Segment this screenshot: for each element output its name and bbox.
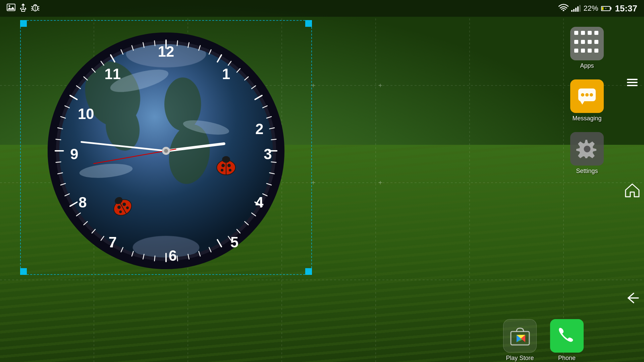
svg-line-56 bbox=[177, 41, 178, 46]
wifi-icon bbox=[558, 4, 569, 13]
clock-face: /* ticks rendered below */ 12 1 2 3 4 5 … bbox=[21, 21, 311, 274]
svg-point-139 bbox=[590, 93, 593, 97]
debug-icon bbox=[31, 3, 40, 14]
svg-point-119 bbox=[164, 149, 168, 153]
image-icon bbox=[7, 4, 15, 13]
phone-app[interactable]: Phone bbox=[550, 319, 584, 362]
menu-button[interactable] bbox=[624, 76, 641, 89]
svg-point-138 bbox=[585, 93, 589, 97]
svg-marker-140 bbox=[580, 101, 584, 105]
svg-text:10: 10 bbox=[78, 106, 94, 122]
svg-point-125 bbox=[221, 169, 223, 172]
battery-percent: 22% bbox=[583, 4, 598, 13]
svg-text:8: 8 bbox=[78, 194, 87, 210]
phone-label: Phone bbox=[558, 355, 576, 362]
settings-icon[interactable] bbox=[570, 132, 604, 166]
svg-line-69 bbox=[271, 139, 276, 140]
play-store-label: Play Store bbox=[506, 355, 534, 362]
status-left-icons bbox=[7, 3, 40, 14]
svg-text:5: 5 bbox=[230, 234, 238, 250]
hamburger-line-2 bbox=[627, 82, 638, 83]
back-button[interactable] bbox=[624, 291, 641, 305]
play-store-icon[interactable] bbox=[503, 319, 537, 353]
svg-point-142 bbox=[584, 145, 590, 152]
svg-text:2: 2 bbox=[255, 121, 263, 137]
apps-launcher[interactable]: Apps bbox=[570, 27, 604, 69]
status-bar: 22% 15:37 bbox=[0, 0, 644, 17]
play-store-app[interactable]: Play Store bbox=[503, 319, 537, 362]
svg-text:11: 11 bbox=[105, 66, 121, 82]
svg-line-14 bbox=[38, 10, 39, 10]
svg-line-9 bbox=[31, 6, 33, 7]
messaging-app[interactable]: Messaging bbox=[570, 79, 604, 122]
svg-text:1: 1 bbox=[222, 66, 230, 82]
clock-time: 15:37 bbox=[615, 3, 638, 14]
svg-rect-3 bbox=[21, 9, 25, 11]
bottom-dock: Play Store Phone bbox=[0, 318, 617, 362]
nav-buttons bbox=[621, 18, 644, 362]
svg-point-126 bbox=[229, 169, 231, 172]
resize-handle-tl[interactable] bbox=[20, 20, 27, 27]
svg-line-114 bbox=[154, 41, 155, 46]
status-right-icons: 22% 15:37 bbox=[558, 3, 637, 14]
svg-text:3: 3 bbox=[264, 146, 272, 162]
battery-icon bbox=[601, 6, 610, 11]
resize-handle-bl[interactable] bbox=[20, 268, 27, 275]
svg-line-84 bbox=[177, 256, 178, 261]
svg-line-101 bbox=[56, 139, 61, 140]
svg-line-86 bbox=[154, 256, 155, 261]
svg-line-99 bbox=[56, 162, 61, 163]
svg-point-123 bbox=[221, 164, 225, 167]
svg-line-71 bbox=[271, 162, 276, 163]
svg-point-124 bbox=[227, 164, 231, 167]
settings-label: Settings bbox=[576, 168, 598, 175]
signal-bars-icon bbox=[571, 5, 581, 12]
svg-point-16 bbox=[563, 10, 565, 11]
svg-text:4: 4 bbox=[255, 194, 264, 210]
apps-label: Apps bbox=[580, 62, 594, 69]
apps-icon[interactable] bbox=[570, 27, 604, 60]
app-icons-list: Apps Messaging Settings bbox=[557, 20, 617, 362]
messaging-label: Messaging bbox=[572, 115, 601, 122]
hamburger-line-1 bbox=[627, 79, 638, 80]
svg-text:6: 6 bbox=[169, 247, 177, 264]
svg-point-137 bbox=[581, 93, 584, 97]
clock-widget[interactable]: /* ticks rendered below */ 12 1 2 3 4 5 … bbox=[20, 20, 312, 275]
messaging-icon[interactable] bbox=[570, 79, 604, 113]
phone-icon[interactable] bbox=[550, 319, 584, 353]
resize-handle-tr[interactable] bbox=[305, 20, 312, 27]
settings-app[interactable]: Settings bbox=[570, 132, 604, 175]
svg-rect-5 bbox=[20, 8, 21, 9]
hamburger-line-3 bbox=[627, 85, 638, 86]
svg-point-1 bbox=[9, 5, 10, 7]
svg-line-12 bbox=[38, 6, 39, 7]
svg-line-11 bbox=[31, 10, 33, 10]
svg-text:9: 9 bbox=[70, 146, 78, 162]
resize-handle-br[interactable] bbox=[305, 268, 312, 275]
svg-point-127 bbox=[222, 156, 230, 163]
svg-point-7 bbox=[25, 8, 26, 9]
usb-icon bbox=[20, 3, 26, 14]
home-button[interactable] bbox=[624, 183, 641, 197]
